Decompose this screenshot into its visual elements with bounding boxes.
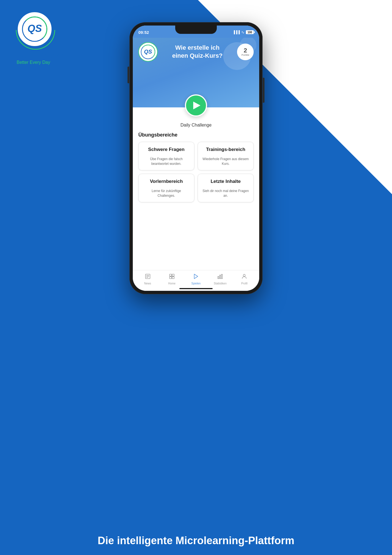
- signal-icon: ▐▐▐: [233, 30, 240, 34]
- svg-text:QS: QS: [27, 23, 42, 34]
- play-button[interactable]: [185, 94, 207, 117]
- card-letzte-inhalte[interactable]: Letzte Inhalte Sieh dir noch mal deine F…: [198, 174, 254, 202]
- footer-tagline: Die intelligente Microlearning-Plattform: [0, 535, 392, 547]
- nav-home-label: Home: [168, 282, 175, 285]
- status-icons: ▐▐▐ ∿ 100: [233, 30, 254, 34]
- brand-name: QuickSpeech: [17, 51, 66, 60]
- svg-point-1: [21, 15, 49, 43]
- card-title-1: Schwere Fragen: [142, 147, 190, 152]
- svg-rect-12: [170, 277, 172, 279]
- bottom-nav: News Home: [133, 270, 259, 291]
- nav-profil[interactable]: Profil: [237, 273, 252, 285]
- card-desc-2: Wiederhole Fragen aus diesem Kurs.: [202, 157, 250, 166]
- svg-rect-10: [170, 274, 172, 276]
- svg-text:QS: QS: [144, 49, 152, 55]
- card-desc-3: Lerne für zukünftige Challenges.: [142, 189, 190, 198]
- nav-home[interactable]: Home: [164, 273, 179, 285]
- logo-circle: QS: [17, 11, 53, 47]
- card-schwere-fragen[interactable]: Schwere Fragen Übe Fragen die falsch bea…: [138, 142, 194, 170]
- phone-notch: [175, 26, 217, 34]
- card-desc-1: Übe Fragen die falsch beantwortet wurden…: [142, 157, 190, 166]
- svg-point-0: [22, 17, 47, 41]
- section-title: Übungsbereiche: [138, 132, 254, 138]
- svg-rect-13: [172, 277, 174, 279]
- nav-profil-label: Profil: [241, 282, 248, 285]
- logo-area: QS QuickSpeech Better Every Day: [17, 11, 66, 65]
- header-logo-svg: QS: [140, 44, 156, 60]
- home-icon: [169, 273, 175, 281]
- card-title-2: Trainings-bereich: [202, 147, 250, 152]
- svg-rect-17: [222, 274, 223, 279]
- nav-statistiken[interactable]: Statistiken: [213, 273, 228, 285]
- svg-rect-11: [172, 274, 174, 276]
- logo-svg: QS: [21, 15, 49, 43]
- card-title-4: Letzte Inhalte: [202, 178, 250, 184]
- nav-news[interactable]: News: [140, 273, 155, 285]
- header-title: Wie erstelle ich einen Quiz-Kurs?: [162, 44, 233, 60]
- home-indicator: [179, 288, 213, 289]
- svg-point-18: [243, 274, 245, 276]
- nav-news-label: News: [144, 282, 151, 285]
- phone-screen: 09:52 ▐▐▐ ∿ 100 Q: [133, 26, 259, 291]
- phone-container: 09:52 ▐▐▐ ∿ 100 Q: [129, 22, 263, 294]
- svg-rect-16: [220, 275, 221, 279]
- card-title-3: Vorlernbereich: [142, 178, 190, 184]
- wifi-icon: ∿: [241, 30, 245, 34]
- brand-tagline: Better Every Day: [17, 60, 66, 65]
- svg-marker-14: [194, 274, 198, 279]
- logo-ring: QS: [17, 11, 54, 49]
- card-vorlernbereich[interactable]: Vorlernbereich Lerne für zukünftige Chal…: [138, 174, 194, 202]
- daily-challenge-label: Daily Challenge: [138, 123, 254, 128]
- phone-content: Daily Challenge Übungsbereiche Schwere F…: [133, 107, 259, 270]
- play-icon: [193, 102, 200, 109]
- card-desc-4: Sieh dir noch mal deine Fragen an.: [202, 189, 250, 198]
- deco-circle-2: [240, 37, 256, 53]
- play-button-area[interactable]: [185, 94, 207, 117]
- card-trainingsbereich[interactable]: Trainings-bereich Wiederhole Fragen aus …: [198, 142, 254, 170]
- battery-icon: 100: [246, 30, 254, 34]
- nav-spielen-label: Spielen: [191, 282, 200, 285]
- profil-icon: [241, 273, 247, 281]
- status-time: 09:52: [138, 30, 149, 35]
- news-icon: [145, 273, 151, 281]
- svg-rect-15: [218, 276, 219, 279]
- phone-outer: 09:52 ▐▐▐ ∿ 100 Q: [129, 22, 263, 294]
- practice-grid: Schwere Fragen Übe Fragen die falsch bea…: [138, 142, 254, 202]
- nav-spielen[interactable]: Spielen: [188, 273, 203, 285]
- header-logo: QS: [138, 42, 158, 62]
- statistiken-icon: [217, 273, 223, 281]
- nav-statistiken-label: Statistiken: [214, 282, 226, 285]
- spielen-icon: [193, 273, 199, 281]
